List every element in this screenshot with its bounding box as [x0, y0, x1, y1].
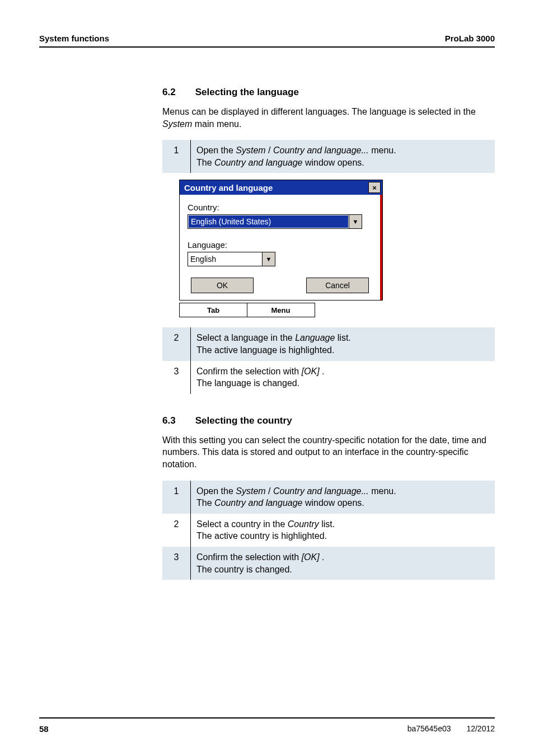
intro-text-end: main menu. [192, 119, 241, 129]
step-text: Open the System / Country and language..… [191, 140, 495, 173]
section-6-3-intro: With this setting you can select the cou… [162, 434, 495, 471]
tab-box: Tab [179, 303, 247, 317]
steps-table-6-2a: 1 Open the System / Country and language… [162, 140, 495, 173]
intro-italic: System [162, 119, 192, 129]
section-number: 6.2 [162, 87, 193, 98]
country-combo[interactable]: English (United States) ▼ [188, 214, 362, 229]
chevron-down-icon[interactable]: ▼ [349, 215, 362, 228]
section-title: Selecting the language [195, 87, 299, 97]
step-number: 2 [162, 514, 191, 547]
page-number: 58 [39, 724, 49, 734]
step-text: Confirm the selection with [OK] . The co… [191, 547, 495, 580]
dialog-title: Country and language [184, 183, 273, 192]
section-title: Selecting the country [195, 415, 292, 426]
header-right: ProLab 3000 [445, 34, 495, 43]
cancel-button[interactable]: Cancel [306, 278, 369, 293]
step-number: 1 [162, 140, 191, 173]
doc-date: 12/2012 [466, 724, 495, 733]
steps-table-6-3: 1 Open the System / Country and language… [162, 481, 495, 580]
close-icon[interactable]: × [368, 182, 381, 193]
chevron-down-icon[interactable]: ▼ [262, 252, 275, 266]
step-number: 3 [162, 361, 191, 394]
intro-text: Menus can be displayed in different lang… [162, 107, 476, 116]
language-label: Language: [188, 240, 372, 250]
step-text: Confirm the selection with [OK] . The la… [191, 361, 495, 394]
step-text: Open the System / Country and language..… [191, 481, 495, 514]
step-text: Select a language in the Language list. … [191, 327, 495, 360]
section-6-2-heading: 6.2 Selecting the language [162, 87, 495, 98]
menu-box: Menu [247, 303, 315, 317]
section-6-3-heading: 6.3 Selecting the country [162, 415, 495, 426]
doc-id: ba75645e03 [407, 724, 451, 733]
country-label: Country: [188, 203, 372, 212]
dialog-screenshot: Country and language × Country: English … [179, 180, 382, 317]
section-number: 6.3 [162, 415, 193, 426]
section-6-2-intro: Menus can be displayed in different lang… [162, 106, 495, 130]
dialog-titlebar: Country and language × [180, 180, 382, 195]
header-left: System functions [39, 34, 109, 43]
country-value: English (United States) [189, 215, 348, 228]
step-number: 1 [162, 481, 191, 514]
language-combo[interactable]: English ▼ [188, 252, 275, 266]
steps-table-6-2b: 2 Select a language in the Language list… [162, 327, 495, 393]
step-number: 3 [162, 547, 191, 580]
language-value: English [188, 252, 262, 266]
step-text: Select a country in the Country list. Th… [191, 514, 495, 547]
footer: 58 ba75645e03 12/2012 [39, 717, 495, 734]
ok-button[interactable]: OK [191, 278, 254, 293]
step-number: 2 [162, 327, 191, 360]
